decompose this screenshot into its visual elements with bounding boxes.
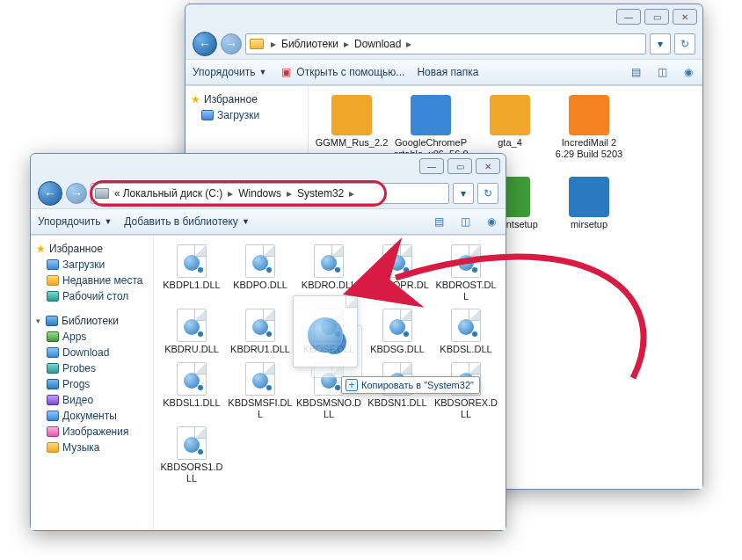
drop-hint-text: Копировать в "System32" [361, 380, 474, 390]
nav-item[interactable]: Музыка [34, 440, 149, 455]
folder-icon [47, 275, 59, 286]
nav-item[interactable]: Недавние места [34, 273, 149, 288]
breadcrumb-overflow[interactable]: « [113, 186, 121, 200]
chevron-right-icon[interactable]: ▸ [267, 38, 280, 50]
file-tile[interactable]: KBDSMSFI.DLL [226, 359, 295, 423]
nav-item[interactable]: Probes [34, 360, 149, 376]
breadcrumb-item[interactable]: Download [353, 37, 403, 51]
dll-icon [314, 362, 344, 396]
app-icon [569, 95, 609, 135]
view-button[interactable]: ▤ [432, 215, 446, 229]
nav-item-downloads[interactable]: Загрузки [189, 107, 304, 123]
nav-forward-button[interactable]: → [66, 183, 87, 204]
organize-button[interactable]: Упорядочить ▼ [38, 215, 112, 228]
file-tile[interactable]: KBDROPR.DLL [363, 241, 432, 305]
titlebar[interactable]: — ▭ ✕ [31, 154, 506, 178]
pictures-icon [47, 426, 59, 437]
open-with-button[interactable]: ▣Открыть с помощью... [279, 65, 404, 79]
file-tile[interactable]: KBDSL1.DLL [157, 359, 226, 423]
dll-icon [177, 244, 207, 278]
address-dropdown-button[interactable]: ▾ [453, 183, 474, 204]
breadcrumb-item[interactable]: System32 [295, 186, 346, 200]
nav-item[interactable]: Загрузки [34, 257, 149, 273]
libraries-header[interactable]: ▾Библиотеки [34, 313, 149, 329]
address-row: ← → ▸ Библиотеки ▸ Download ▸ ▾ ↻ [186, 29, 702, 59]
chevron-right-icon[interactable]: ▸ [340, 38, 353, 50]
nav-item[interactable]: Download [34, 345, 149, 360]
nav-back-button[interactable]: ← [38, 181, 62, 206]
toolbar: Упорядочить ▼ Добавить в библиотеку ▼ ▤ … [31, 208, 506, 235]
refresh-button[interactable]: ↻ [674, 33, 695, 55]
titlebar[interactable]: — ▭ ✕ [186, 4, 702, 29]
file-label: mirsetup [571, 219, 607, 230]
help-button[interactable]: ◉ [681, 65, 695, 79]
library-icon [47, 331, 59, 342]
breadcrumb-item[interactable]: Библиотеки [280, 37, 340, 51]
dll-icon [382, 309, 412, 342]
archive-icon [331, 95, 372, 135]
dll-icon [177, 362, 207, 396]
toolbar: Упорядочить ▼ ▣Открыть с помощью... Нова… [186, 59, 702, 85]
file-tile[interactable]: KBDRO.DLL [295, 241, 363, 305]
favorites-header[interactable]: ★Избранное [34, 241, 149, 257]
refresh-button[interactable]: ↻ [477, 183, 498, 204]
dll-icon [451, 244, 481, 278]
breadcrumb-item[interactable]: Локальный диск (C:) [121, 186, 225, 200]
favorites-header[interactable]: ★Избранное [189, 91, 304, 107]
breadcrumb-item[interactable]: Windows [236, 186, 283, 200]
close-button[interactable]: ✕ [673, 9, 697, 25]
music-icon [47, 442, 59, 453]
dll-icon [451, 309, 481, 342]
file-tile[interactable]: KBDSL.DLL [432, 305, 500, 359]
file-tile[interactable]: KBDRU.DLL [157, 305, 226, 359]
dll-icon [177, 426, 207, 460]
file-tile[interactable]: KBDPO.DLL [226, 241, 295, 305]
nav-item[interactable]: Apps [34, 329, 149, 345]
breadcrumb[interactable]: « Локальный диск (C:) ▸ Windows ▸ System… [91, 183, 449, 204]
drop-hint-tooltip: + Копировать в "System32" [341, 376, 480, 394]
nav-back-button[interactable]: ← [193, 32, 217, 56]
maximize-button[interactable]: ▭ [447, 158, 472, 174]
minimize-button[interactable]: — [616, 9, 641, 25]
preview-pane-button[interactable]: ◫ [655, 65, 669, 79]
chevron-right-icon[interactable]: ▸ [346, 187, 358, 200]
file-tile[interactable]: KBDROST.DLL [432, 241, 500, 305]
breadcrumb[interactable]: ▸ Библиотеки ▸ Download ▸ [245, 33, 646, 55]
address-dropdown-button[interactable]: ▾ [650, 33, 671, 55]
organize-button[interactable]: Упорядочить ▼ [193, 66, 266, 78]
chevron-down-icon: ▼ [242, 217, 250, 226]
add-to-library-button[interactable]: Добавить в библиотеку ▼ [124, 215, 249, 228]
preview-pane-button[interactable]: ◫ [458, 215, 472, 229]
nav-item[interactable]: Видео [34, 392, 149, 408]
file-tile[interactable]: mirsetup [549, 173, 629, 244]
nav-item[interactable]: Progs [34, 376, 149, 392]
minimize-button[interactable]: — [419, 158, 444, 174]
file-tile[interactable]: IncrediMail 2 6.29 Build 5203 [549, 91, 629, 173]
file-tile[interactable]: KBDSF.DLL [295, 305, 363, 359]
drive-icon [95, 188, 109, 199]
file-tile[interactable]: KBDSG.DLL [363, 305, 432, 359]
chevron-right-icon[interactable]: ▸ [224, 187, 236, 200]
file-label: KBDRU1.DLL [230, 344, 290, 355]
file-tile[interactable]: KBDSORS1.DLL [157, 423, 226, 487]
expand-icon: ▾ [36, 316, 40, 325]
chevron-right-icon[interactable]: ▸ [403, 38, 415, 50]
help-button[interactable]: ◉ [484, 215, 498, 229]
nav-item[interactable]: Рабочий стол [34, 288, 149, 304]
nav-forward-button[interactable]: → [221, 33, 242, 55]
app-icon: ▣ [279, 65, 293, 79]
nav-item[interactable]: Изображения [34, 424, 149, 440]
star-icon: ★ [36, 243, 46, 255]
address-row: ← → « Локальный диск (C:) ▸ Windows ▸ Sy… [31, 178, 506, 208]
close-button[interactable]: ✕ [476, 158, 500, 174]
app-icon [569, 177, 609, 217]
dll-icon [245, 362, 275, 396]
dll-icon [177, 309, 207, 342]
nav-item[interactable]: Документы [34, 408, 149, 424]
maximize-button[interactable]: ▭ [644, 9, 669, 25]
new-folder-button[interactable]: Новая папка [417, 66, 478, 78]
file-tile[interactable]: KBDPL1.DLL [157, 241, 226, 305]
file-tile[interactable]: KBDRU1.DLL [226, 305, 295, 359]
chevron-right-icon[interactable]: ▸ [283, 187, 295, 200]
view-button[interactable]: ▤ [629, 65, 643, 79]
